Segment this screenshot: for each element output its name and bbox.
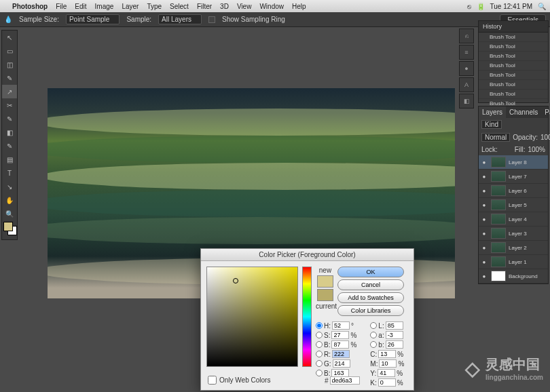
menu-view[interactable]: View bbox=[237, 3, 252, 10]
layer-row[interactable]: ●Layer 4 bbox=[479, 212, 548, 227]
visibility-icon[interactable]: ● bbox=[480, 231, 488, 237]
color-libraries-button[interactable]: Color Libraries bbox=[337, 305, 404, 316]
layer-thumb[interactable] bbox=[491, 242, 506, 253]
layer-thumb[interactable] bbox=[491, 171, 506, 182]
app-name[interactable]: Photoshop bbox=[12, 3, 48, 10]
layer-thumb[interactable] bbox=[491, 157, 506, 168]
clock[interactable]: Tue 12:41 PM bbox=[490, 3, 532, 10]
k-input[interactable] bbox=[378, 378, 396, 387]
visibility-icon[interactable]: ● bbox=[480, 202, 488, 208]
layer-row[interactable]: ●Layer 5 bbox=[479, 198, 548, 212]
eraser-tool[interactable]: ✎ bbox=[2, 139, 17, 153]
history-row[interactable]: Brush Tool bbox=[479, 61, 548, 71]
history-row[interactable]: Brush Tool bbox=[479, 52, 548, 61]
bb-radio[interactable] bbox=[316, 370, 323, 376]
layer-row[interactable]: ●Layer 7 bbox=[479, 170, 548, 184]
layer-thumb[interactable] bbox=[491, 199, 506, 210]
a-input[interactable] bbox=[386, 331, 403, 339]
visibility-icon[interactable]: ● bbox=[480, 273, 488, 279]
l-radio[interactable] bbox=[370, 322, 377, 329]
menu-window[interactable]: Window bbox=[259, 3, 284, 10]
show-ring-checkbox[interactable] bbox=[208, 16, 215, 23]
h-radio[interactable] bbox=[316, 322, 323, 329]
layer-thumb[interactable] bbox=[491, 228, 506, 239]
visibility-icon[interactable]: ● bbox=[480, 245, 488, 251]
layer-thumb[interactable] bbox=[491, 271, 506, 281]
layer-row[interactable]: ●Layer 6 bbox=[479, 184, 548, 198]
marquee-tool[interactable]: ▭ bbox=[2, 44, 17, 58]
type-tool[interactable]: T bbox=[2, 166, 17, 180]
visibility-icon[interactable]: ● bbox=[480, 259, 488, 265]
lb-radio[interactable] bbox=[370, 341, 377, 348]
lb-input[interactable] bbox=[386, 340, 403, 349]
color-icon[interactable]: ● bbox=[459, 61, 474, 76]
s-input[interactable] bbox=[331, 331, 349, 339]
spotlight-icon[interactable]: 🔍 bbox=[538, 3, 546, 10]
visibility-icon[interactable]: ● bbox=[480, 188, 488, 194]
color-swatches[interactable] bbox=[2, 220, 17, 239]
c-input[interactable] bbox=[378, 350, 396, 358]
history-row[interactable]: Brush Tool bbox=[479, 33, 548, 42]
g-input[interactable] bbox=[333, 359, 350, 368]
tab-channels[interactable]: Channels bbox=[506, 106, 541, 118]
tab-paths[interactable]: Paths bbox=[541, 106, 550, 118]
menu-help[interactable]: Help bbox=[292, 3, 306, 10]
hex-input[interactable] bbox=[330, 376, 360, 385]
history-row[interactable]: Brush Tool bbox=[479, 42, 548, 52]
sample-size-select[interactable]: Point Sample bbox=[66, 14, 120, 24]
zoom-tool[interactable]: 🔍 bbox=[2, 207, 17, 220]
sample-select[interactable]: All Layers bbox=[158, 14, 202, 24]
b-radio[interactable] bbox=[316, 341, 323, 348]
history-row[interactable]: Brush Tool bbox=[479, 80, 548, 90]
menu-type[interactable]: Type bbox=[147, 3, 162, 10]
visibility-icon[interactable]: ● bbox=[480, 216, 488, 222]
y-input[interactable] bbox=[378, 369, 395, 377]
h-input[interactable] bbox=[332, 321, 350, 330]
r-input[interactable] bbox=[332, 350, 350, 358]
visibility-icon[interactable]: ● bbox=[480, 159, 488, 165]
char-icon[interactable]: A bbox=[459, 77, 474, 92]
wifi-icon[interactable]: ⎋ bbox=[467, 3, 471, 10]
current-color-swatch[interactable] bbox=[317, 289, 333, 301]
l-input[interactable] bbox=[386, 321, 403, 330]
opacity-value[interactable]: 100% bbox=[540, 134, 550, 141]
swatches-icon[interactable]: ◧ bbox=[459, 94, 474, 109]
g-radio[interactable] bbox=[316, 360, 323, 367]
kind-filter[interactable]: Kind bbox=[481, 120, 502, 129]
pen-tool[interactable]: ↘ bbox=[2, 180, 17, 193]
menu-3d[interactable]: 3D bbox=[220, 3, 229, 10]
s-radio[interactable] bbox=[316, 332, 323, 338]
battery-icon[interactable]: 🔋 bbox=[477, 3, 485, 10]
cancel-button[interactable]: Cancel bbox=[337, 279, 404, 290]
eyedropper-tool[interactable]: ↗ bbox=[2, 85, 17, 98]
actions-icon[interactable]: ≡ bbox=[459, 45, 474, 60]
ok-button[interactable]: OK bbox=[337, 267, 404, 277]
r-radio[interactable] bbox=[316, 351, 323, 357]
color-field[interactable] bbox=[206, 267, 298, 367]
crop-tool[interactable]: ✎ bbox=[2, 71, 17, 85]
history-row[interactable]: Brush Tool bbox=[479, 71, 548, 80]
history-icon[interactable]: ⎌ bbox=[459, 28, 474, 43]
visibility-icon[interactable]: ● bbox=[480, 174, 488, 180]
move-tool[interactable]: ↖ bbox=[2, 31, 17, 44]
menu-edit[interactable]: Edit bbox=[75, 3, 86, 10]
layer-row[interactable]: ●Layer 8 bbox=[479, 155, 548, 170]
layer-row[interactable]: ●Background bbox=[479, 269, 548, 283]
tab-layers[interactable]: Layers bbox=[479, 106, 506, 118]
layer-thumb[interactable] bbox=[491, 185, 506, 196]
only-web-checkbox[interactable] bbox=[208, 376, 217, 385]
menu-filter[interactable]: Filter bbox=[197, 3, 212, 10]
hue-slider[interactable] bbox=[302, 267, 312, 367]
layer-thumb[interactable] bbox=[491, 214, 506, 224]
menu-image[interactable]: Image bbox=[95, 3, 114, 10]
layer-row[interactable]: ●Layer 1 bbox=[479, 255, 548, 269]
b-input[interactable] bbox=[331, 340, 349, 349]
hand-tool[interactable]: ✋ bbox=[2, 193, 17, 207]
fill-value[interactable]: 100% bbox=[528, 146, 545, 153]
history-row[interactable]: Brush Tool bbox=[479, 90, 548, 99]
lasso-tool[interactable]: ◫ bbox=[2, 58, 17, 71]
layer-row[interactable]: ●Layer 2 bbox=[479, 241, 548, 255]
a-radio[interactable] bbox=[370, 332, 377, 338]
layer-thumb[interactable] bbox=[491, 256, 506, 267]
blend-mode[interactable]: Normal bbox=[481, 133, 510, 142]
